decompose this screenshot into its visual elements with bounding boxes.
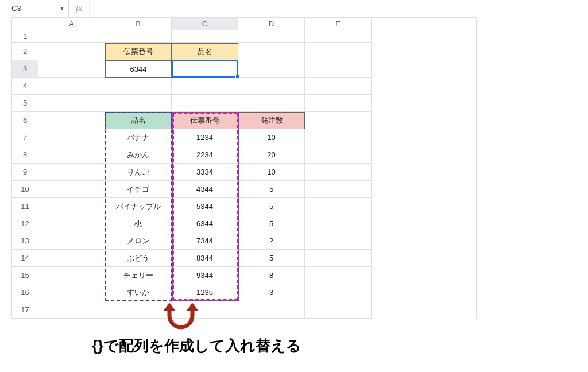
cell[interactable]: ぶどう xyxy=(105,250,172,267)
row-header[interactable]: 1 xyxy=(12,30,38,43)
cell[interactable] xyxy=(38,164,105,181)
cell[interactable]: 5 xyxy=(238,250,305,267)
cell[interactable]: 8344 xyxy=(172,250,238,267)
row-header[interactable]: 14 xyxy=(12,250,38,267)
cell[interactable]: 5 xyxy=(238,198,305,215)
cell[interactable] xyxy=(38,129,105,146)
cell[interactable] xyxy=(38,301,105,319)
cell[interactable] xyxy=(305,60,372,78)
select-all-corner[interactable] xyxy=(12,18,38,30)
cell[interactable]: 1235 xyxy=(172,284,238,301)
cell[interactable] xyxy=(305,30,372,43)
cell[interactable] xyxy=(305,129,372,146)
col-header-B[interactable]: B xyxy=(105,18,172,30)
cell[interactable]: 5 xyxy=(238,181,305,198)
cell[interactable] xyxy=(238,95,305,112)
cell[interactable] xyxy=(305,146,372,164)
cell[interactable] xyxy=(305,181,372,198)
cell[interactable] xyxy=(105,78,172,95)
cell[interactable]: 7344 xyxy=(172,232,238,250)
cell[interactable] xyxy=(238,30,305,43)
cell[interactable] xyxy=(38,284,105,301)
row-header[interactable]: 3 xyxy=(12,60,38,78)
cell[interactable] xyxy=(38,95,105,112)
cell[interactable] xyxy=(238,60,305,78)
cell[interactable] xyxy=(305,232,372,250)
cell[interactable] xyxy=(238,78,305,95)
cell[interactable]: 10 xyxy=(238,129,305,146)
name-box[interactable]: C3 ▼ xyxy=(11,0,69,17)
cell[interactable] xyxy=(38,78,105,95)
cell[interactable] xyxy=(38,250,105,267)
cell[interactable]: パイナップル xyxy=(105,198,172,215)
cell[interactable] xyxy=(105,30,172,43)
cell[interactable]: イチゴ xyxy=(105,181,172,198)
cell[interactable] xyxy=(305,164,372,181)
cell[interactable] xyxy=(38,146,105,164)
cell[interactable] xyxy=(305,95,372,112)
cell[interactable]: 3 xyxy=(238,284,305,301)
cell[interactable] xyxy=(172,60,238,78)
cell[interactable] xyxy=(305,250,372,267)
cell[interactable] xyxy=(38,112,105,129)
cell[interactable] xyxy=(305,215,372,232)
chevron-down-icon[interactable]: ▼ xyxy=(59,5,65,11)
cell[interactable] xyxy=(38,215,105,232)
cell[interactable]: すいか xyxy=(105,284,172,301)
cell[interactable] xyxy=(305,112,372,129)
cell[interactable]: 8 xyxy=(238,267,305,284)
cell[interactable]: 2 xyxy=(238,232,305,250)
row-header[interactable]: 8 xyxy=(12,146,38,164)
cell[interactable]: 桃 xyxy=(105,215,172,232)
cell[interactable]: 6344 xyxy=(105,60,172,78)
cell[interactable] xyxy=(105,95,172,112)
cell[interactable] xyxy=(38,181,105,198)
cell[interactable]: 10 xyxy=(238,164,305,181)
cell[interactable]: 4344 xyxy=(172,181,238,198)
cell[interactable]: 1234 xyxy=(172,129,238,146)
cell[interactable] xyxy=(172,78,238,95)
cell[interactable] xyxy=(172,95,238,112)
cell[interactable]: 3334 xyxy=(172,164,238,181)
row-header[interactable]: 17 xyxy=(12,301,38,319)
cell[interactable]: 5 xyxy=(238,215,305,232)
cell[interactable] xyxy=(38,30,105,43)
cell[interactable] xyxy=(305,198,372,215)
cell[interactable]: メロン xyxy=(105,232,172,250)
cell[interactable] xyxy=(305,284,372,301)
row-header[interactable]: 15 xyxy=(12,267,38,284)
cell[interactable] xyxy=(38,198,105,215)
row-header[interactable]: 6 xyxy=(12,112,38,129)
cell[interactable] xyxy=(305,267,372,284)
cell[interactable]: バナナ xyxy=(105,129,172,146)
row-header[interactable]: 5 xyxy=(12,95,38,112)
cell[interactable]: みかん xyxy=(105,146,172,164)
cell[interactable]: 6344 xyxy=(172,215,238,232)
row-header[interactable]: 12 xyxy=(12,215,38,232)
cell[interactable]: チェリー xyxy=(105,267,172,284)
row-header[interactable]: 10 xyxy=(12,181,38,198)
row-header[interactable]: 2 xyxy=(12,43,38,60)
row-header[interactable]: 16 xyxy=(12,284,38,301)
cell[interactable] xyxy=(305,78,372,95)
cell[interactable] xyxy=(38,232,105,250)
col-header-E[interactable]: E xyxy=(305,18,372,30)
cell[interactable] xyxy=(38,267,105,284)
cell[interactable] xyxy=(238,43,305,60)
cell[interactable]: 伝票番号 xyxy=(105,43,172,60)
col-header-A[interactable]: A xyxy=(38,18,105,30)
cell[interactable]: 20 xyxy=(238,146,305,164)
cell[interactable]: 品名 xyxy=(172,43,238,60)
row-header[interactable]: 9 xyxy=(12,164,38,181)
formula-input[interactable] xyxy=(90,0,477,17)
cell[interactable] xyxy=(172,30,238,43)
cell[interactable]: 2234 xyxy=(172,146,238,164)
row-header[interactable]: 4 xyxy=(12,78,38,95)
col-header-C[interactable]: C xyxy=(172,18,238,30)
cell[interactable]: 5344 xyxy=(172,198,238,215)
cell[interactable] xyxy=(305,43,372,60)
row-header[interactable]: 11 xyxy=(12,198,38,215)
row-header[interactable]: 13 xyxy=(12,232,38,250)
cell[interactable]: りんご xyxy=(105,164,172,181)
row-header[interactable]: 7 xyxy=(12,129,38,146)
